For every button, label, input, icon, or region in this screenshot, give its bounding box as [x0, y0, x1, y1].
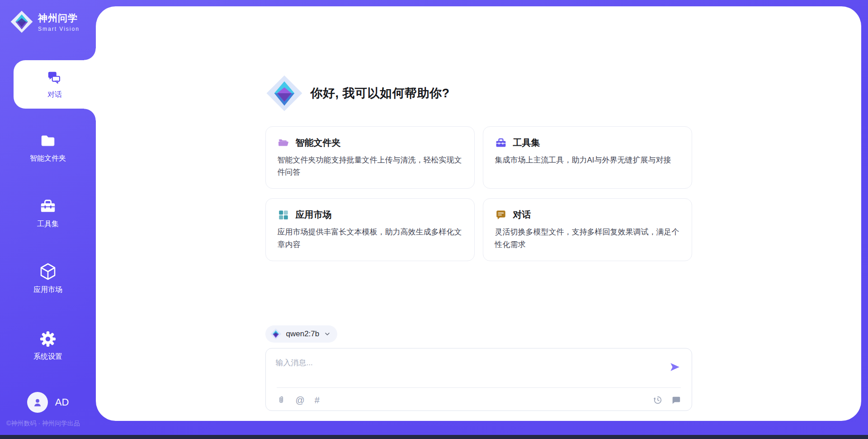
sidebar-item-chat[interactable]: 对话 — [14, 60, 96, 109]
model-diamond-icon — [270, 328, 282, 340]
greeting-header: 你好, 我可以如何帮助你? — [265, 74, 692, 112]
feature-cards: 智能文件夹 智能文件夹功能支持批量文件上传与清洗，轻松实现文件问答 — [265, 126, 692, 261]
cube-icon — [39, 262, 57, 281]
bottom-edge-strip — [0, 435, 868, 439]
brand-name: 神州问学 — [38, 12, 80, 24]
composer-divider — [277, 387, 681, 388]
briefcase-icon — [495, 137, 507, 149]
sidebar-item-settings[interactable]: 系统设置 — [0, 330, 96, 362]
message-input[interactable] — [276, 355, 660, 371]
card-title: 应用市场 — [296, 209, 332, 221]
sidebar-item-smart-folder[interactable]: 智能文件夹 — [0, 132, 96, 163]
card-title: 工具集 — [513, 137, 540, 149]
user-name: AD — [55, 396, 69, 408]
sidebar-item-app-market[interactable]: 应用市场 — [0, 262, 96, 295]
attach-icon[interactable] — [277, 395, 286, 406]
avatar — [27, 392, 48, 413]
toolbox-icon — [39, 198, 57, 215]
card-description: 智能文件夹功能支持批量文件上传与清洗，轻松实现文件问答 — [278, 154, 462, 178]
mention-icon[interactable]: @ — [296, 396, 305, 405]
sidebar-item-label: 对话 — [47, 90, 62, 100]
user-account[interactable]: AD — [0, 392, 96, 413]
brand-subtitle: Smart Vision — [38, 26, 80, 32]
composer-toolbar: @ # — [277, 392, 681, 408]
folder-icon — [39, 132, 57, 149]
main-panel: 你好, 我可以如何帮助你? 智能文件夹 智能文件夹功能支持批量文件上传与清洗，轻… — [96, 6, 861, 421]
card-title: 对话 — [513, 209, 531, 221]
history-icon[interactable] — [653, 395, 663, 405]
sidebar-item-label: 智能文件夹 — [30, 154, 66, 163]
sidebar: 神州问学 Smart Vision 对话 智能文件夹 — [0, 0, 96, 435]
card-description: 集成市场上主流工具，助力AI与外界无缝扩展与对接 — [495, 154, 680, 166]
card-app-market[interactable]: 应用市场 应用市场提供丰富长文本模板，助力高效生成多样化文章内容 — [265, 198, 475, 261]
chat-bubbles-icon — [46, 69, 63, 86]
comment-icon[interactable] — [671, 395, 681, 405]
brand-logo: 神州问学 Smart Vision — [10, 10, 80, 33]
sidebar-item-label: 工具集 — [37, 220, 59, 229]
copyright-text: ©神州数码 · 神州问学出品 — [6, 420, 80, 428]
chat-square-icon — [495, 209, 507, 221]
card-description: 灵活切换多模型文件，支持多样回复效果调试，满足个性化需求 — [495, 226, 680, 250]
model-selector[interactable]: qwen2:7b — [265, 325, 338, 343]
brand-diamond-icon — [10, 10, 33, 33]
card-toolset[interactable]: 工具集 集成市场上主流工具，助力AI与外界无缝扩展与对接 — [483, 126, 692, 189]
model-name: qwen2:7b — [286, 329, 320, 339]
card-smart-folder[interactable]: 智能文件夹 智能文件夹功能支持批量文件上传与清洗，轻松实现文件问答 — [265, 126, 475, 189]
card-chat[interactable]: 对话 灵活切换多模型文件，支持多样回复效果调试，满足个性化需求 — [483, 198, 692, 261]
send-icon[interactable] — [669, 361, 681, 373]
gear-icon — [39, 330, 57, 348]
sidebar-item-toolset[interactable]: 工具集 — [0, 198, 96, 229]
sidebar-item-label: 系统设置 — [33, 352, 62, 362]
chevron-down-icon — [324, 330, 331, 338]
card-title: 智能文件夹 — [296, 137, 341, 149]
greeting-title: 你好, 我可以如何帮助你? — [311, 85, 450, 101]
sidebar-item-label: 应用市场 — [33, 285, 62, 295]
card-description: 应用市场提供丰富长文本模板，助力高效生成多样化文章内容 — [278, 226, 462, 250]
topic-icon[interactable]: # — [315, 396, 320, 405]
grid-icon — [278, 209, 289, 221]
assistant-diamond-icon — [265, 74, 303, 112]
folder-open-icon — [278, 137, 289, 149]
message-composer: @ # — [265, 348, 692, 411]
